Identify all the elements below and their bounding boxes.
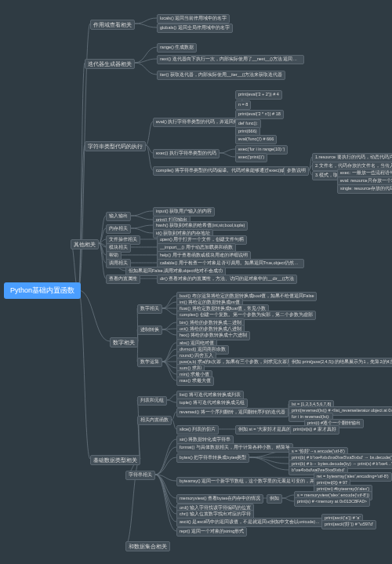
mindmap-node[interactable]: compile() 将字符串类型的代码编译。代码对象能够通过exec()或eva… [153, 166, 300, 176]
mindmap-node[interactable]: 例如 print(pow(2,4,5)) 的结果展示为1，先算2的4次幂16，再… [289, 358, 392, 367]
edge [162, 343, 176, 362]
edge [162, 349, 176, 362]
mindmap-node[interactable]: 字符串相关 [125, 471, 155, 480]
edge [99, 243, 106, 247]
edge [155, 457, 176, 475]
mindmap-node[interactable]: slice() 列表的切片 [176, 425, 219, 435]
mindmap-node[interactable]: exec() 执行字符串类型的代码 [153, 149, 220, 158]
edge [162, 355, 176, 362]
edge [167, 395, 176, 400]
edge [162, 362, 176, 374]
edge [99, 243, 106, 263]
edge [131, 228, 153, 233]
mindmap-node[interactable]: iter() 获取迭代器，内部实际使用__iter__()方法来获取迭代器 [157, 71, 285, 80]
edge [162, 329, 176, 329]
edge [137, 400, 140, 459]
mindmap-node[interactable]: 查看内置属性 [106, 275, 140, 284]
mindmap-node[interactable]: 其他相关 [71, 239, 99, 249]
edge [146, 145, 153, 170]
mindmap-node[interactable]: memoryview() 查看bytes在内存中的情况 [176, 494, 263, 504]
mindmap-node[interactable]: 例如 [267, 494, 282, 504]
edge [220, 153, 235, 157]
mindmap-node[interactable]: print(ascii('好')) # '\u597d' [321, 520, 376, 529]
edge [78, 63, 85, 290]
edge [162, 322, 176, 329]
edge [162, 302, 176, 308]
mindmap-node[interactable]: 输入输出 [106, 212, 131, 221]
edge [162, 362, 176, 380]
mindmap-node[interactable]: 字符串类型代码的执行 [85, 141, 146, 151]
edge [220, 149, 235, 153]
edge [155, 475, 176, 498]
edge [146, 145, 153, 153]
edge [249, 457, 289, 470]
edge [155, 475, 176, 522]
mindmap-node[interactable]: 相关内置函数 [137, 416, 172, 425]
mindmap-node[interactable]: format() 与具体数据相关，用于计算各种小数、精算等 [176, 443, 293, 453]
mindmap-node[interactable]: exec('print(i)') [235, 153, 267, 162]
edge [78, 290, 110, 341]
edge [282, 495, 294, 498]
mindmap-node[interactable]: print(s) # <memory at 0x013C8FA0> [294, 497, 370, 507]
mindmap-node[interactable]: print(eval('2 * n')) # 18 [235, 110, 284, 119]
mindmap-node[interactable]: 列表和元组 [137, 396, 167, 406]
edge [162, 329, 176, 335]
edge [78, 290, 90, 459]
mindmap-node[interactable]: 进制转换 [137, 326, 162, 335]
mindmap-node[interactable]: bytearray() 返回一个新字节数组，这个数字里的元素是可变的，并且每个元… [176, 477, 324, 486]
edge [162, 308, 176, 315]
mindmap-node[interactable]: print(eval('2 + 2')) # 4 [235, 90, 282, 100]
edge [131, 216, 153, 220]
mindmap-node[interactable]: 作用域查看相关 [90, 20, 135, 30]
mindmap-node[interactable]: 1.resource 要执行的代码，动态代码片段 [312, 153, 392, 162]
mindmap-node[interactable]: eval('func()') # 666 [235, 135, 277, 144]
edge [155, 439, 176, 475]
edge [155, 475, 176, 531]
mindmap-node[interactable]: single: resource存放的代码有交互时，mode为single [337, 184, 392, 194]
mindmap-node[interactable]: repr() 返回一个对象的string形式 [176, 527, 247, 537]
edge [162, 296, 176, 308]
edge [282, 498, 294, 501]
mindmap-node[interactable]: next() 迭代器向下执行一次，内部实际使用了__next__()方法 返回迭… [157, 55, 304, 64]
mindmap-node[interactable]: 迭代器生成器相关 [85, 59, 135, 69]
edge [135, 59, 157, 63]
edge [131, 211, 153, 216]
mindmap-node[interactable]: tuple() 将可迭代对象转换成元组 [176, 398, 248, 408]
edge [155, 475, 176, 481]
mindmap-node[interactable]: globals() 返回全局作用域中的名字 [157, 24, 233, 33]
mindmap-node[interactable]: 和数据集合相关 [125, 541, 170, 551]
mindmap-node[interactable]: locals() 返回当前作用域中的名字 [157, 14, 230, 24]
edge [155, 475, 176, 508]
mindmap-node[interactable]: ascii() 是ascii码中的返回该值，不是就返回u(例如中文会以unico… [176, 518, 324, 527]
edge [99, 243, 106, 255]
edge [99, 228, 106, 243]
edge [162, 362, 176, 368]
edge [155, 475, 176, 514]
edge [167, 400, 176, 402]
root-node[interactable]: Python基础内置函数 [4, 282, 81, 299]
mindmap-node[interactable]: print(st[s]) # 家才真好 [290, 425, 339, 435]
mindmap-node[interactable]: n = 8 [235, 100, 251, 110]
edge [99, 239, 106, 243]
mindmap-node[interactable]: max() 求最大值 [176, 377, 214, 386]
edge [249, 457, 289, 464]
edge [135, 24, 157, 27]
mindmap-node[interactable]: bytes() 把字符串转换成bytes类型 [176, 453, 249, 463]
mindmap-node[interactable]: 参数说明 [284, 166, 309, 176]
mindmap-node[interactable]: 数字相关 [110, 337, 138, 347]
mindmap-node[interactable]: 数字相关 [137, 304, 162, 314]
edge [135, 63, 157, 75]
edge [99, 243, 106, 278]
mindmap-node[interactable]: 内存相关 [106, 224, 131, 234]
mindmap-node[interactable]: 数学运算 [137, 358, 162, 367]
edge [146, 122, 153, 145]
edge [135, 18, 157, 24]
edge [155, 447, 176, 475]
mindmap-node[interactable]: 基础数据类型相关 [90, 455, 140, 465]
mindmap-node[interactable]: input() 获取用户输入的内容 [153, 207, 215, 217]
edge [137, 420, 140, 459]
mindmap-node[interactable]: range() 生成数据 [157, 43, 197, 53]
edge [135, 47, 157, 63]
mindmap-node[interactable]: dir() 查看对象的内置属性，方法、访问的是对象中的__dir__()方法 [157, 275, 297, 284]
mindmap-node[interactable]: reversed() 将一个序列翻转，返回翻转序列的迭代器 [176, 408, 289, 417]
